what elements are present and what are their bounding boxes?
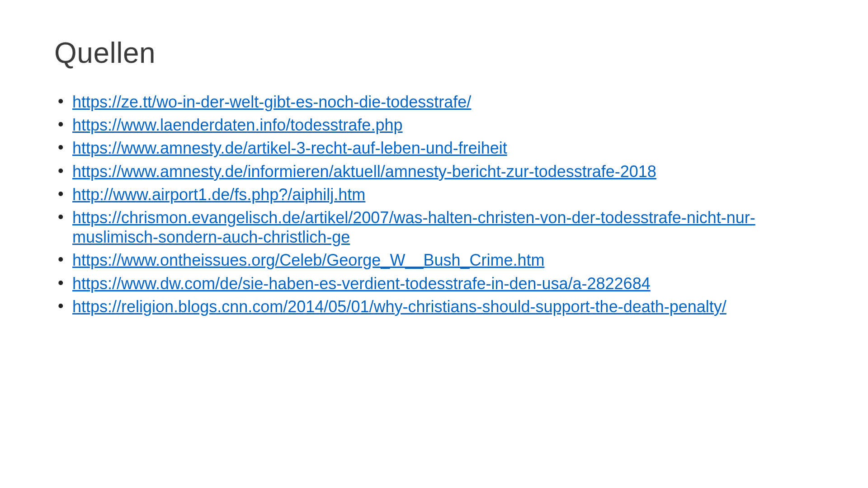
list-item: https://www.ontheissues.org/Celeb/George… bbox=[54, 250, 814, 270]
source-link[interactable]: https://www.dw.com/de/sie-haben-es-verdi… bbox=[72, 274, 651, 293]
list-item: https://www.amnesty.de/artikel-3-recht-a… bbox=[54, 138, 814, 158]
source-link[interactable]: http://www.airport1.de/fs.php?/aiphilj.h… bbox=[72, 185, 365, 204]
list-item: https://ze.tt/wo-in-der-welt-gibt-es-noc… bbox=[54, 92, 814, 112]
source-link[interactable]: https://www.ontheissues.org/Celeb/George… bbox=[72, 251, 545, 269]
source-link[interactable]: https://www.amnesty.de/artikel-3-recht-a… bbox=[72, 139, 507, 157]
list-item: https://www.amnesty.de/informieren/aktue… bbox=[54, 162, 814, 181]
list-item: https://www.laenderdaten.info/todesstraf… bbox=[54, 115, 814, 135]
source-link[interactable]: https://www.amnesty.de/informieren/aktue… bbox=[72, 162, 656, 181]
list-item: https://chrismon.evangelisch.de/artikel/… bbox=[54, 208, 814, 247]
source-link[interactable]: https://www.laenderdaten.info/todesstraf… bbox=[72, 116, 402, 134]
source-link[interactable]: https://religion.blogs.cnn.com/2014/05/0… bbox=[72, 297, 726, 316]
list-item: https://religion.blogs.cnn.com/2014/05/0… bbox=[54, 297, 814, 316]
list-item: https://www.dw.com/de/sie-haben-es-verdi… bbox=[54, 274, 814, 293]
source-link[interactable]: https://ze.tt/wo-in-der-welt-gibt-es-noc… bbox=[72, 93, 471, 111]
source-list: https://ze.tt/wo-in-der-welt-gibt-es-noc… bbox=[54, 92, 814, 316]
list-item: http://www.airport1.de/fs.php?/aiphilj.h… bbox=[54, 185, 814, 204]
slide-title: Quellen bbox=[54, 36, 814, 70]
source-link[interactable]: https://chrismon.evangelisch.de/artikel/… bbox=[72, 208, 755, 246]
